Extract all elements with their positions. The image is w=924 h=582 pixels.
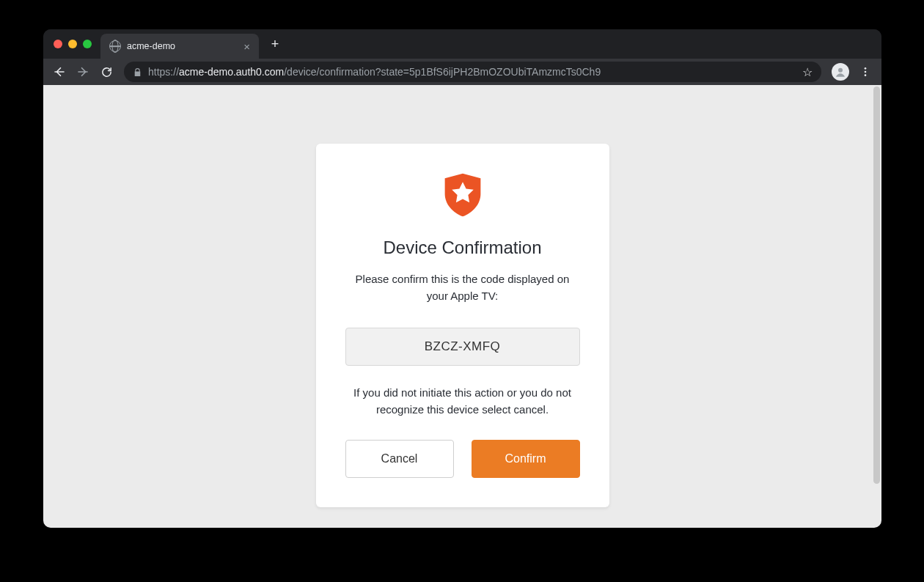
scrollbar[interactable] <box>873 86 880 484</box>
url-text: https://acme-demo.auth0.com/device/confi… <box>148 66 796 78</box>
svg-point-3 <box>865 71 867 73</box>
profile-button[interactable] <box>832 63 849 81</box>
card-lead-text: Please confirm this is the code displaye… <box>345 271 580 304</box>
forward-button[interactable] <box>73 62 93 82</box>
bookmark-button[interactable]: ☆ <box>802 65 813 79</box>
device-code: BZCZ-XMFQ <box>425 339 501 354</box>
shield-star-icon <box>444 173 482 217</box>
back-button[interactable] <box>49 62 70 82</box>
card-sub-text: If you did not initiate this action or y… <box>345 385 580 418</box>
globe-icon <box>109 40 121 52</box>
window-close-button[interactable] <box>54 40 62 48</box>
address-bar[interactable]: https://acme-demo.auth0.com/device/confi… <box>124 62 821 82</box>
tab-strip: acme-demo × + <box>43 29 881 59</box>
avatar-icon <box>834 65 847 78</box>
svg-point-1 <box>838 68 843 73</box>
svg-point-4 <box>865 74 867 76</box>
reload-icon <box>100 66 113 78</box>
window-controls <box>54 40 92 48</box>
page-viewport: Device Confirmation Please confirm this … <box>43 85 881 528</box>
reload-button[interactable] <box>96 62 117 82</box>
device-code-display: BZCZ-XMFQ <box>345 328 580 366</box>
toolbar: https://acme-demo.auth0.com/device/confi… <box>43 59 881 85</box>
auth0-logo <box>444 173 482 217</box>
browser-window: acme-demo × + https://acme-demo.auth0.co… <box>43 29 881 528</box>
tab-close-button[interactable]: × <box>243 41 250 52</box>
browser-tab[interactable]: acme-demo × <box>100 34 259 59</box>
kebab-icon <box>859 66 871 78</box>
button-row: Cancel Confirm <box>345 440 580 478</box>
window-fullscreen-button[interactable] <box>83 40 92 48</box>
browser-menu-button[interactable] <box>855 62 876 82</box>
arrow-right-icon <box>76 65 89 78</box>
new-tab-button[interactable]: + <box>265 34 285 54</box>
lock-icon <box>133 67 142 77</box>
arrow-left-icon <box>53 65 66 78</box>
window-minimize-button[interactable] <box>68 40 77 48</box>
cancel-button[interactable]: Cancel <box>345 440 454 478</box>
confirm-button[interactable]: Confirm <box>472 440 580 478</box>
tab-title: acme-demo <box>127 41 175 51</box>
device-confirmation-card: Device Confirmation Please confirm this … <box>316 144 609 507</box>
card-title: Device Confirmation <box>345 237 580 258</box>
svg-point-2 <box>865 67 867 70</box>
